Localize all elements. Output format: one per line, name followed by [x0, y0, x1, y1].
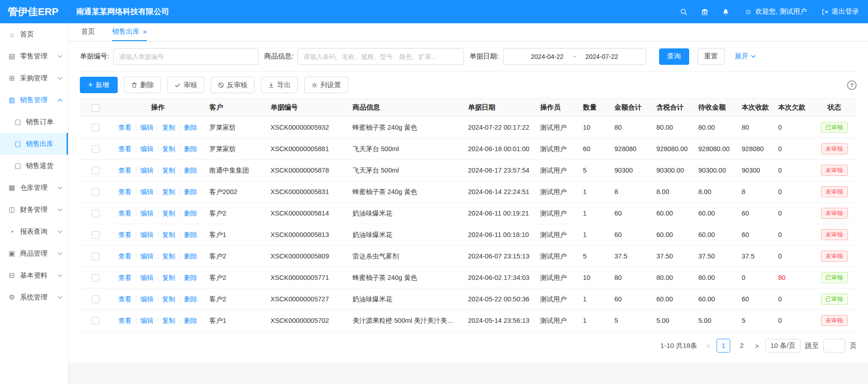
sales-outbound-table: 操作客户单据编号商品信息单据日期操作员数量金额合计含税合计待收金额本次收款本次欠…: [80, 98, 856, 331]
row-action-edit[interactable]: 编辑: [140, 231, 154, 238]
date-range-picker[interactable]: 2024-04-22 ~ 2024-07-22: [503, 48, 646, 65]
date-from-value: 2024-04-22: [531, 53, 564, 60]
cell-qty: 60: [578, 138, 610, 160]
delete-button[interactable]: 删除: [124, 77, 161, 93]
tab-sales-outbound[interactable]: 销售出库 ×: [112, 23, 147, 41]
row-action-edit[interactable]: 编辑: [140, 210, 154, 217]
row-action-delete[interactable]: 删除: [184, 210, 198, 217]
sidebar-item-report[interactable]: ◔报表查询: [0, 221, 68, 242]
row-action-copy[interactable]: 复制: [162, 274, 176, 281]
cell-operator: 测试用户: [535, 267, 578, 289]
row-action-view[interactable]: 查看: [119, 317, 132, 324]
sidebar-item-home[interactable]: ⌂首页: [0, 23, 68, 45]
row-action-edit[interactable]: 编辑: [140, 317, 154, 324]
row-checkbox[interactable]: [92, 317, 99, 325]
next-page-button[interactable]: >: [753, 342, 761, 350]
row-action-copy[interactable]: 复制: [162, 167, 176, 174]
sidebar-item-warehouse[interactable]: ▦仓库管理: [0, 177, 68, 199]
add-button[interactable]: + 新增: [80, 77, 118, 93]
logout-button[interactable]: 退出登录: [821, 7, 859, 16]
home-building-icon[interactable]: [701, 8, 709, 16]
expand-link[interactable]: 展开: [735, 52, 756, 61]
sidebar-item-basic-data[interactable]: ⊟基本资料: [0, 264, 68, 286]
action-divider: [158, 125, 158, 131]
reset-button[interactable]: 重置: [697, 48, 725, 65]
row-action-view[interactable]: 查看: [119, 252, 132, 260]
main-area: 首页 销售出库 × 单据编号: 商品信息: 单据日期: 2024-04-22: [68, 23, 868, 384]
row-checkbox[interactable]: [92, 231, 99, 239]
row-action-copy[interactable]: 复制: [162, 252, 176, 260]
row-action-view[interactable]: 查看: [119, 188, 132, 195]
row-checkbox[interactable]: [92, 274, 99, 282]
row-checkbox[interactable]: [92, 252, 99, 260]
row-action-copy[interactable]: 复制: [162, 295, 176, 303]
column-settings-button[interactable]: 列设置: [304, 77, 348, 93]
row-action-view[interactable]: 查看: [119, 295, 132, 303]
page-button-1[interactable]: 1: [717, 339, 730, 352]
sidebar-item-sales-outbound[interactable]: ▢销售出库: [0, 133, 68, 155]
cell-received: 80: [737, 117, 774, 138]
gear-icon: [311, 82, 318, 89]
row-action-view[interactable]: 查看: [119, 145, 132, 153]
page-size-select[interactable]: 10 条/页: [765, 339, 800, 352]
sidebar-item-sales[interactable]: ▥销售管理: [0, 89, 68, 111]
row-action-delete[interactable]: 删除: [184, 124, 198, 131]
sidebar-item-retail[interactable]: ▤零售管理: [0, 45, 68, 67]
sidebar-item-sales-order[interactable]: ▢销售订单: [0, 111, 68, 133]
row-action-delete[interactable]: 删除: [184, 295, 198, 303]
row-checkbox[interactable]: [92, 188, 99, 196]
search-icon[interactable]: [680, 8, 688, 16]
unaudit-button[interactable]: 反审核: [211, 77, 255, 93]
row-action-edit[interactable]: 编辑: [140, 274, 154, 281]
row-checkbox[interactable]: [92, 167, 99, 174]
help-icon[interactable]: ?: [847, 80, 857, 90]
search-button[interactable]: 查询: [659, 48, 689, 65]
jump-page-input[interactable]: [823, 339, 845, 352]
row-checkbox[interactable]: [92, 295, 99, 303]
select-all-checkbox[interactable]: [92, 104, 99, 112]
row-action-copy[interactable]: 复制: [162, 210, 176, 217]
row-action-view[interactable]: 查看: [119, 231, 132, 238]
audit-button[interactable]: 审核: [167, 77, 204, 93]
product-info-input[interactable]: [297, 48, 464, 65]
row-action-delete[interactable]: 删除: [184, 274, 198, 281]
user-menu[interactable]: ☺ 欢迎您, 测试用户: [744, 7, 807, 16]
row-action-copy[interactable]: 复制: [162, 317, 176, 324]
sidebar-item-purchase[interactable]: ⊞采购管理: [0, 67, 68, 89]
row-checkbox[interactable]: [92, 210, 99, 217]
row-checkbox[interactable]: [92, 145, 99, 153]
row-action-edit[interactable]: 编辑: [140, 124, 154, 131]
row-action-copy[interactable]: 复制: [162, 188, 176, 195]
page-button-2[interactable]: 2: [735, 339, 748, 352]
row-action-delete[interactable]: 删除: [184, 188, 198, 195]
row-action-view[interactable]: 查看: [119, 210, 132, 217]
row-action-edit[interactable]: 编辑: [140, 167, 154, 174]
row-action-edit[interactable]: 编辑: [140, 295, 154, 303]
prev-page-button[interactable]: <: [704, 342, 712, 350]
close-tab-icon[interactable]: ×: [143, 28, 147, 36]
tab-home[interactable]: 首页: [81, 23, 95, 41]
row-action-edit[interactable]: 编辑: [140, 188, 154, 195]
doc-no-input[interactable]: [113, 48, 259, 65]
row-action-copy[interactable]: 复制: [162, 124, 176, 131]
row-action-delete[interactable]: 删除: [184, 167, 198, 174]
row-checkbox[interactable]: [92, 124, 99, 132]
action-divider: [136, 146, 136, 152]
row-action-view[interactable]: 查看: [119, 124, 132, 131]
row-action-copy[interactable]: 复制: [162, 145, 176, 153]
row-action-view[interactable]: 查看: [119, 167, 132, 174]
row-action-view[interactable]: 查看: [119, 274, 132, 281]
row-action-copy[interactable]: 复制: [162, 231, 176, 238]
row-action-delete[interactable]: 删除: [184, 231, 198, 238]
sidebar-item-finance[interactable]: ◫财务管理: [0, 199, 68, 221]
export-button[interactable]: 导出: [261, 77, 298, 93]
sidebar-item-sales-return[interactable]: ▢销售退货: [0, 155, 68, 177]
row-action-edit[interactable]: 编辑: [140, 145, 154, 153]
bell-icon[interactable]: [722, 8, 730, 16]
row-action-edit[interactable]: 编辑: [140, 252, 154, 260]
row-action-delete[interactable]: 删除: [184, 317, 198, 324]
sidebar-item-product[interactable]: ▣商品管理: [0, 242, 68, 264]
row-action-delete[interactable]: 删除: [184, 145, 198, 153]
row-action-delete[interactable]: 删除: [184, 252, 198, 260]
sidebar-item-system[interactable]: ⚙系统管理: [0, 286, 68, 308]
